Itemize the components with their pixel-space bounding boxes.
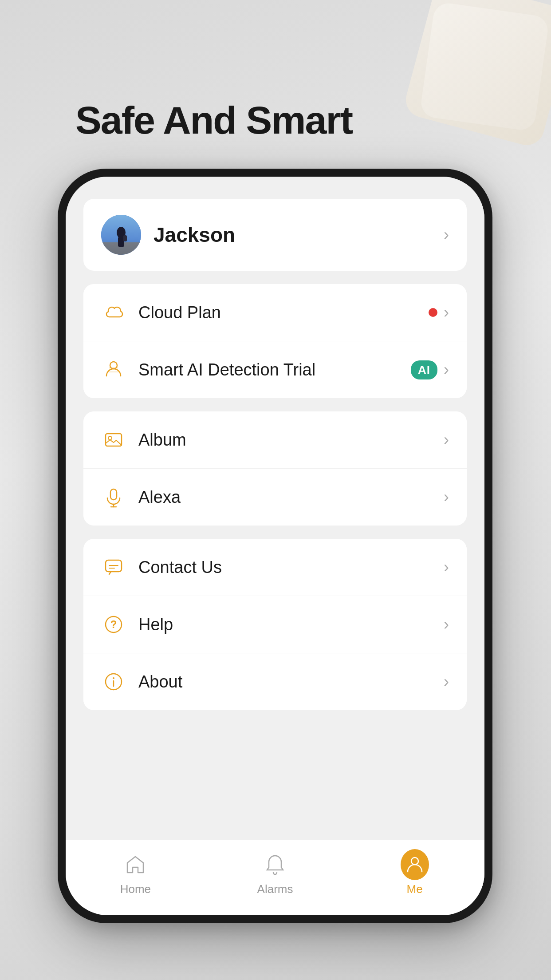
svg-rect-7 xyxy=(107,371,120,372)
mic-icon xyxy=(101,485,126,510)
alexa-chevron-icon: › xyxy=(444,488,449,506)
ai-person-icon xyxy=(101,357,126,382)
red-dot-indicator xyxy=(429,308,437,317)
svg-rect-4 xyxy=(123,235,127,241)
help-icon: ? xyxy=(101,612,126,637)
album-item[interactable]: Album › xyxy=(83,411,467,469)
svg-point-21 xyxy=(411,858,418,865)
home-nav-label: Home xyxy=(120,882,151,896)
alarms-nav-label: Alarms xyxy=(257,882,293,896)
info-icon xyxy=(101,669,126,694)
contact-us-item[interactable]: Contact Us › xyxy=(83,539,467,596)
cloud-plan-item[interactable]: Cloud Plan › xyxy=(83,284,467,341)
cloud-plan-chevron-icon: › xyxy=(444,303,449,322)
phone-frame: Jackson › Cloud Plan xyxy=(58,169,492,923)
contact-us-chevron-icon: › xyxy=(444,558,449,577)
menu-group-1: Cloud Plan › xyxy=(83,284,467,398)
menu-group-3: Contact Us › ? H xyxy=(83,539,467,710)
ai-badge: AI xyxy=(411,360,437,379)
me-nav-label: Me xyxy=(407,882,423,896)
svg-text:?: ? xyxy=(110,618,117,630)
bottom-nav: Home Alarms xyxy=(66,840,484,915)
me-nav-icon xyxy=(401,850,429,879)
corner-decoration xyxy=(391,0,551,160)
album-chevron-icon: › xyxy=(444,431,449,449)
profile-chevron-icon: › xyxy=(444,225,449,244)
smart-ai-label: Smart AI Detection Trial xyxy=(138,360,315,379)
about-chevron-icon: › xyxy=(444,672,449,691)
cloud-icon xyxy=(101,300,126,325)
nav-me[interactable]: Me xyxy=(345,850,484,896)
nav-home[interactable]: Home xyxy=(66,850,205,896)
svg-rect-3 xyxy=(118,237,124,247)
home-nav-icon xyxy=(121,850,150,879)
svg-rect-8 xyxy=(106,434,122,446)
alarms-nav-icon xyxy=(261,850,289,879)
svg-point-20 xyxy=(113,677,114,679)
alexa-label: Alexa xyxy=(138,488,181,507)
cloud-plan-label: Cloud Plan xyxy=(138,303,221,322)
profile-name: Jackson xyxy=(153,223,235,247)
profile-section[interactable]: Jackson › xyxy=(83,199,467,271)
alexa-item[interactable]: Alexa › xyxy=(83,469,467,526)
about-label: About xyxy=(138,672,182,692)
help-item[interactable]: ? Help › xyxy=(83,596,467,653)
menu-group-2: Album › xyxy=(83,411,467,526)
help-label: Help xyxy=(138,615,173,634)
svg-rect-10 xyxy=(110,489,117,500)
album-icon xyxy=(101,427,126,452)
smart-ai-item[interactable]: Smart AI Detection Trial AI › xyxy=(83,341,467,398)
help-chevron-icon: › xyxy=(444,615,449,634)
svg-point-9 xyxy=(108,436,112,440)
page-title: Safe And Smart xyxy=(75,98,352,143)
about-item[interactable]: About › xyxy=(83,653,467,710)
smart-ai-chevron-icon: › xyxy=(444,360,449,379)
album-label: Album xyxy=(138,431,186,450)
profile-left: Jackson xyxy=(101,215,235,255)
contact-us-label: Contact Us xyxy=(138,558,222,577)
chat-icon xyxy=(101,555,126,580)
nav-alarms[interactable]: Alarms xyxy=(205,850,345,896)
screen-content: Jackson › Cloud Plan xyxy=(66,177,484,840)
avatar xyxy=(101,215,141,255)
phone-screen: Jackson › Cloud Plan xyxy=(66,177,484,915)
